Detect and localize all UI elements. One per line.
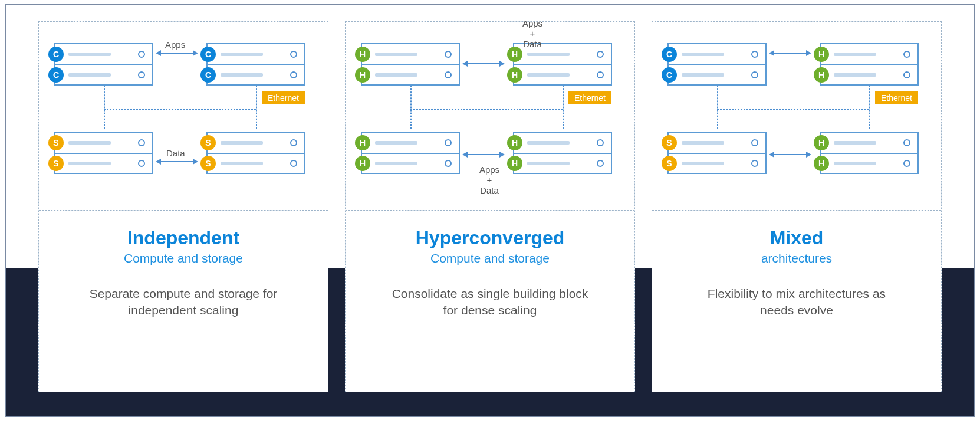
server-unit: H (821, 153, 917, 173)
compute-badge: C (662, 47, 677, 62)
server-unit: H (514, 64, 611, 84)
apps-data-label: Apps + Data (472, 165, 507, 195)
card-subtitle: architectures (761, 251, 832, 265)
compute-badge: C (48, 67, 64, 83)
server-unit: S (669, 153, 765, 173)
server-unit: C (669, 44, 765, 64)
storage-badge: S (48, 156, 64, 171)
server-stack: C C (667, 43, 767, 86)
drive-bar-icon (375, 53, 417, 56)
server-unit: C (669, 64, 765, 84)
card-subtitle: Compute and storage (124, 251, 243, 265)
server-stack: H H (820, 43, 919, 86)
power-ring-icon (751, 71, 758, 78)
server-unit: H (821, 133, 917, 153)
drive-bar-icon (834, 73, 876, 77)
server-unit: H (362, 64, 459, 84)
hyperconverged-badge: H (814, 67, 829, 83)
power-ring-icon (597, 160, 604, 167)
power-ring-icon (903, 51, 910, 58)
hyperconverged-badge: H (355, 135, 370, 150)
storage-badge: S (662, 156, 677, 171)
card-mixed: C C H H S S H H (652, 21, 942, 392)
drive-bar-icon (834, 162, 876, 165)
drive-bar-icon (221, 162, 263, 165)
diagram-independent: C C C C S S S S Apps Data (39, 22, 328, 211)
drive-bar-icon (834, 141, 876, 145)
cards-row: C C C C S S S S Apps Data (38, 21, 942, 392)
server-unit: C (208, 44, 304, 64)
server-unit: H (821, 44, 917, 64)
dashed-link (410, 109, 563, 110)
server-stack: S S (667, 132, 767, 174)
server-stack: H H (361, 43, 460, 86)
storage-badge: S (48, 135, 64, 150)
bidirectional-arrow-icon (463, 63, 504, 64)
ethernet-label: Ethernet (568, 91, 611, 104)
dashed-link (869, 86, 870, 129)
apps-data-label: Apps + Data (512, 18, 553, 49)
hyperconverged-badge: H (355, 67, 370, 83)
outer-frame: C C C C S S S S Apps Data (5, 4, 975, 417)
ethernet-label: Ethernet (875, 91, 918, 104)
card-independent: C C C C S S S S Apps Data (38, 21, 328, 392)
data-label: Data (166, 148, 185, 158)
drive-bar-icon (375, 73, 417, 77)
power-ring-icon (138, 160, 145, 167)
dashed-link (256, 86, 257, 129)
server-stack: H H (820, 132, 919, 174)
compute-badge: C (200, 67, 216, 83)
card-hyperconverged: H H H H H H H H Apps + Data Apps (345, 21, 635, 392)
dashed-link (717, 86, 718, 129)
card-title: Mixed (770, 227, 824, 249)
storage-badge: S (200, 135, 216, 150)
server-stack: S S (54, 132, 153, 174)
card-title: Independent (127, 227, 239, 249)
drive-bar-icon (68, 141, 111, 145)
hyperconverged-badge: H (814, 135, 829, 150)
drive-bar-icon (682, 53, 724, 56)
server-unit: S (208, 133, 304, 153)
hyperconverged-badge: H (507, 47, 522, 62)
server-stack: C C (54, 43, 153, 86)
power-ring-icon (290, 139, 297, 146)
power-ring-icon (903, 71, 910, 78)
power-ring-icon (445, 51, 452, 58)
dashed-link (104, 86, 105, 129)
bidirectional-arrow-icon (770, 53, 810, 54)
drive-bar-icon (221, 141, 263, 145)
power-ring-icon (445, 160, 452, 167)
compute-badge: C (662, 67, 677, 83)
hyperconverged-badge: H (355, 47, 370, 62)
server-unit: H (362, 133, 459, 153)
server-stack: H H (361, 132, 460, 174)
power-ring-icon (138, 71, 145, 78)
server-unit: C (55, 44, 152, 64)
drive-bar-icon (527, 73, 570, 77)
drive-bar-icon (221, 73, 263, 77)
power-ring-icon (903, 139, 910, 146)
card-text: Independent Compute and storage Separate… (39, 211, 328, 392)
card-text: Mixed architectures Flexibility to mix a… (652, 211, 941, 392)
dashed-link (104, 109, 256, 110)
hyperconverged-badge: H (507, 156, 522, 171)
drive-bar-icon (68, 162, 111, 165)
drive-bar-icon (682, 141, 724, 145)
power-ring-icon (597, 71, 604, 78)
hyperconverged-badge: H (814, 156, 829, 171)
power-ring-icon (751, 139, 758, 146)
storage-badge: S (662, 135, 677, 150)
drive-bar-icon (527, 53, 570, 56)
hyperconverged-badge: H (814, 47, 829, 62)
server-unit: H (821, 64, 917, 84)
bidirectional-arrow-icon (157, 161, 197, 162)
power-ring-icon (597, 51, 604, 58)
server-unit: S (55, 133, 152, 153)
card-text: Hyperconverged Compute and storage Conso… (346, 211, 634, 392)
hyperconverged-badge: H (507, 135, 522, 150)
bidirectional-arrow-icon (463, 154, 504, 155)
server-unit: H (362, 44, 459, 64)
storage-badge: S (200, 156, 216, 171)
server-unit: C (55, 64, 152, 84)
drive-bar-icon (682, 162, 724, 165)
